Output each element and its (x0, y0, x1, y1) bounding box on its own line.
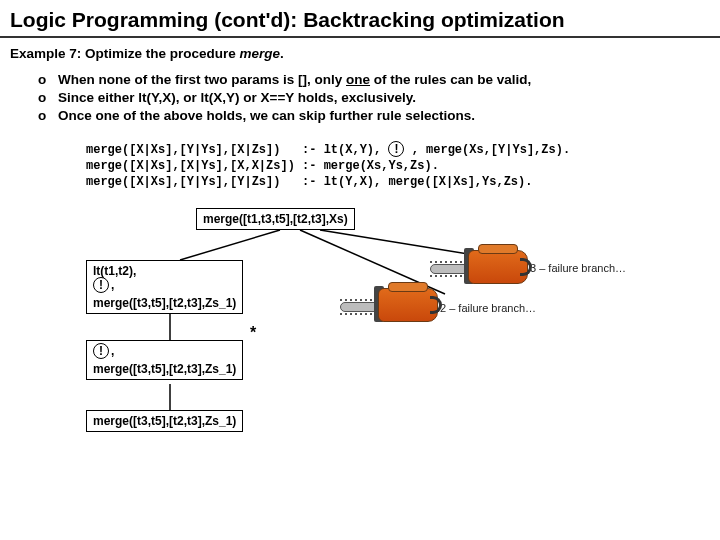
code-line: merge([X|Xs],[Y|Ys],[Y|Zs]) :- lt(Y,X), … (86, 175, 532, 189)
bullet-marker: o (36, 71, 48, 89)
tree-node: lt(t1,t2), !, merge([t3,t5],[t2,t3],Zs_1… (86, 260, 243, 314)
slide-title: Logic Programming (cont'd): Backtracking… (0, 0, 720, 38)
bullet-list: o When none of the first two params is [… (0, 67, 720, 136)
bullet-item: o Once one of the above holds, we can sk… (36, 107, 720, 125)
failure-label: 3 – failure branch… (530, 262, 626, 274)
tree-node: !, merge([t3,t5],[t2,t3],Zs_1) (86, 340, 243, 380)
example-label: Example 7: (10, 46, 81, 61)
code-block: merge([X|Xs],[Y|Ys],[X|Zs]) :- lt(X,Y), … (86, 142, 720, 191)
chainsaw-icon (340, 282, 445, 337)
star-marker: * (250, 324, 256, 342)
bullet-text: Once one of the above holds, we can skip… (58, 107, 475, 125)
cut-icon: ! (93, 343, 109, 359)
example-text-pre: Optimize the procedure (81, 46, 239, 61)
cut-icon: ! (93, 277, 109, 293)
node-cut: !, (93, 344, 236, 360)
proof-tree: merge([t1,t3,t5],[t2,t3],Xs) lt(t1,t2), … (0, 204, 720, 464)
svg-line-0 (180, 230, 280, 260)
node-text: merge([t3,t5],[t2,t3],Zs_1) (93, 414, 236, 428)
bullet-marker: o (36, 107, 48, 125)
bullet-marker: o (36, 89, 48, 107)
tree-node: merge([t3,t5],[t2,t3],Zs_1) (86, 410, 243, 432)
bullet-item: o When none of the first two params is [… (36, 71, 720, 89)
code-line: merge([X|Xs],[X|Ys],[X,X|Zs]) :- merge(X… (86, 159, 439, 173)
tree-root: merge([t1,t3,t5],[t2,t3],Xs) (196, 208, 355, 230)
bullet-text: of the rules can be valid, (370, 72, 531, 87)
example-heading: Example 7: Optimize the procedure merge. (0, 38, 720, 67)
node-text: merge([t3,t5],[t2,t3],Zs_1) (93, 362, 236, 376)
failure-label: 2 – failure branch… (440, 302, 536, 314)
node-text: merge([t3,t5],[t2,t3],Zs_1) (93, 296, 236, 310)
example-proc: merge (240, 46, 281, 61)
bullet-item: o Since either lt(Y,X), or lt(X,Y) or X=… (36, 89, 720, 107)
chainsaw-icon (430, 244, 535, 299)
bullet-text: Since either lt(Y,X), or lt(X,Y) or X==Y… (58, 89, 416, 107)
bullet-underline: one (346, 72, 370, 87)
node-text: merge([t1,t3,t5],[t2,t3],Xs) (203, 212, 348, 226)
bullet-text: When none of the first two params is [],… (58, 72, 346, 87)
cut-icon: ! (388, 141, 404, 157)
code-line: , merge(Xs,[Y|Ys],Zs). (412, 143, 570, 157)
code-line: merge([X|Xs],[Y|Ys],[X|Zs]) :- lt(X,Y), (86, 143, 381, 157)
node-text: lt(t1,t2), (93, 264, 236, 278)
node-cut: !, (93, 278, 236, 294)
example-text-post: . (280, 46, 284, 61)
